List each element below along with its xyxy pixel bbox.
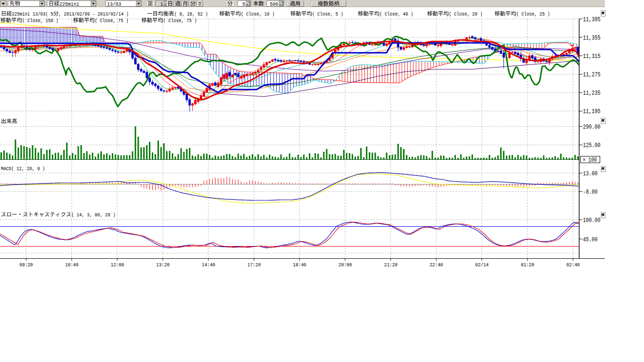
svg-text:5: 5	[242, 1, 245, 7]
svg-text:12:00: 12:00	[111, 262, 124, 268]
svg-text:125.00: 125.00	[583, 142, 601, 149]
svg-text:18:40: 18:40	[293, 262, 306, 268]
svg-text:13:20: 13:20	[156, 262, 170, 268]
svg-text:21:20: 21:20	[384, 262, 398, 268]
svg-text:225mini 13/03( 5: 225mini 13/03( 5	[12, 11, 53, 17]
svg-text:( 9, 26, 52 ): ( 9, 26, 52 )	[174, 11, 208, 17]
svg-text:MACD( 12, 26, 9 ): MACD( 12, 26, 9 )	[1, 165, 45, 172]
svg-text:20:00: 20:00	[339, 262, 352, 268]
svg-text:× 100: × 100	[583, 157, 597, 164]
svg-text:45.00: 45.00	[583, 236, 598, 243]
svg-text:( Close, 40 ): ( Close, 40 )	[380, 11, 413, 17]
svg-text:11,355: 11,355	[583, 34, 601, 41]
svg-text:09:20: 09:20	[19, 262, 33, 268]
svg-text:11,195: 11,195	[583, 108, 601, 115]
svg-text:( Close, 10 ): ( Close, 10 )	[241, 11, 275, 17]
svg-text:225mini: 225mini	[59, 1, 79, 7]
svg-text:11,275: 11,275	[583, 71, 601, 78]
svg-text:( Close, 5 ): ( Close, 5 )	[312, 11, 343, 17]
svg-text:11,235: 11,235	[583, 90, 601, 97]
svg-text:1: 1	[160, 1, 163, 7]
svg-text:( Close, 75 ): ( Close, 75 )	[95, 17, 129, 24]
svg-text:13/03: 13/03	[107, 1, 121, 7]
svg-text:11,315: 11,315	[583, 53, 601, 60]
svg-text:22:40: 22:40	[429, 262, 443, 268]
svg-text:100.00: 100.00	[583, 217, 601, 224]
svg-text:10:40: 10:40	[65, 262, 79, 268]
svg-text:( 14, 3, 80, 20 ): ( 14, 3, 80, 20 )	[72, 212, 116, 218]
svg-text:02:40: 02:40	[566, 262, 580, 268]
svg-text:( Close, 20 ): ( Close, 20 )	[449, 11, 483, 17]
svg-text:-8.00: -8.00	[583, 189, 598, 196]
svg-text:290.00: 290.00	[583, 123, 601, 131]
svg-text:14:40: 14:40	[202, 262, 215, 268]
svg-text:T: T	[198, 1, 201, 7]
svg-text:( Close, 150 ): ( Close, 150 )	[22, 17, 58, 24]
svg-text:500: 500	[270, 1, 278, 7]
svg-text:02/14: 02/14	[475, 262, 489, 268]
svg-text:17:20: 17:20	[248, 262, 261, 268]
svg-text:( Close, 75 ): ( Close, 75 )	[163, 17, 197, 24]
svg-text:13.00: 13.00	[583, 170, 598, 177]
svg-text:( Close, 25 ): ( Close, 25 )	[516, 11, 550, 17]
svg-text:01:20: 01:20	[521, 262, 535, 268]
svg-text:11,395: 11,395	[583, 16, 601, 23]
svg-text:, 2013/02/09 - 2013/02/14 ): , 2013/02/09 - 2013/02/14 )	[59, 11, 129, 17]
